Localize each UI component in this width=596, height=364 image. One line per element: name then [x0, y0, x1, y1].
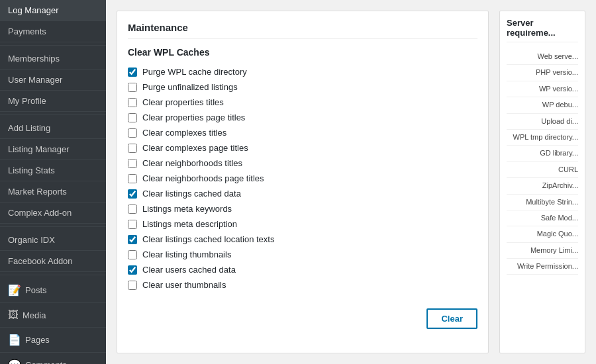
server-row-12: Memory Limi... — [507, 243, 578, 259]
list-item-purge-wpl: Purge WPL cache directory — [128, 64, 477, 79]
section-title: Clear WPL Caches — [128, 47, 477, 58]
list-item-clear-complexes-page-titles: Clear complexes page titles — [128, 140, 477, 156]
server-row-8: ZipArchiv... — [507, 178, 578, 194]
checkbox-purge-unfinalized[interactable] — [128, 83, 137, 92]
checkbox-clear-neighborhoods-titles[interactable] — [128, 159, 137, 168]
checkbox-purge-wpl[interactable] — [128, 68, 137, 77]
list-item-clear-complexes-titles: Clear complexes titles — [128, 125, 477, 140]
server-row-9: Multibyte Strin... — [507, 195, 578, 210]
checkbox-clear-listings-cached-data[interactable] — [128, 189, 137, 199]
sidebar-item-log-manager[interactable]: Log Manager — [0, 0, 106, 21]
server-row-0: Web serve... — [507, 49, 578, 65]
checkbox-list: Purge WPL cache directoryPurge unfinaliz… — [128, 64, 477, 293]
checkbox-clear-complexes-titles[interactable] — [128, 128, 137, 138]
checkbox-label-clear-user-thumbnails: Clear user thumbnails — [142, 280, 226, 290]
sidebar-item-comments[interactable]: 💬Comments — [0, 353, 106, 364]
checkbox-clear-user-thumbnails[interactable] — [128, 281, 137, 290]
list-item-clear-listings-cached-data: Clear listings cached data — [128, 186, 477, 201]
server-row-7: CURL — [507, 162, 578, 178]
server-requirements-panel: Server requireme... Web serve...PHP vers… — [499, 11, 585, 353]
list-item-clear-neighborhoods-titles: Clear neighborhoods titles — [128, 156, 477, 171]
checkbox-label-purge-wpl: Purge WPL cache directory — [142, 67, 247, 77]
checkbox-listings-meta-keywords[interactable] — [128, 205, 137, 214]
sidebar-item-pages[interactable]: 📄Pages — [0, 328, 106, 353]
sidebar-item-memberships[interactable]: Memberships — [0, 48, 106, 69]
checkbox-label-clear-complexes-titles: Clear complexes titles — [142, 128, 226, 138]
sidebar-label-pages: Pages — [25, 335, 50, 345]
server-row-6: GD library... — [507, 146, 578, 161]
sidebar-item-posts[interactable]: 📝Posts — [0, 278, 106, 303]
checkbox-label-clear-properties-page-titles: Clear properties page titles — [142, 113, 245, 122]
list-item-clear-properties-titles: Clear properties titles — [128, 95, 477, 110]
sidebar-item-my-profile[interactable]: My Profile — [0, 91, 106, 112]
server-row-2: WP versio... — [507, 81, 578, 97]
sidebar-item-organic-idx[interactable]: Organic IDX — [0, 230, 106, 251]
posts-icon: 📝 — [8, 284, 21, 296]
checkbox-clear-listing-thumbnails[interactable] — [128, 250, 137, 259]
sidebar-item-listing-stats[interactable]: Listing Stats — [0, 160, 106, 181]
checkbox-label-clear-listings-cached-location: Clear listings cached location texts — [142, 234, 274, 244]
checkbox-label-listings-meta-keywords: Listings meta keywords — [142, 204, 232, 214]
checkbox-label-clear-listing-thumbnails: Clear listing thumbnails — [142, 250, 231, 259]
checkbox-label-clear-neighborhoods-titles: Clear neighborhoods titles — [142, 158, 242, 168]
checkbox-clear-neighborhoods-page-titles[interactable] — [128, 174, 137, 183]
sidebar-item-facebook-addon[interactable]: Facebook Addon — [0, 251, 106, 272]
list-item-clear-properties-page-titles: Clear properties page titles — [128, 110, 477, 125]
server-row-5: WPL tmp directory... — [507, 130, 578, 146]
main-content: Maintenance Clear WPL Caches Purge WPL c… — [106, 0, 596, 364]
sidebar-label-posts: Posts — [25, 285, 47, 295]
list-item-clear-users-cached-data: Clear users cached data — [128, 262, 477, 277]
checkbox-clear-users-cached-data[interactable] — [128, 265, 137, 275]
server-panel-title: Server requireme... — [507, 18, 578, 42]
sidebar-item-user-manager[interactable]: User Manager — [0, 69, 106, 91]
list-item-listings-meta-description: Listings meta description — [128, 216, 477, 232]
sidebar: Log ManagerPaymentsMembershipsUser Manag… — [0, 0, 106, 364]
list-item-listings-meta-keywords: Listings meta keywords — [128, 201, 477, 216]
checkbox-clear-complexes-page-titles[interactable] — [128, 144, 137, 153]
checkbox-clear-listings-cached-location[interactable] — [128, 235, 137, 244]
sidebar-label-media: Media — [23, 310, 46, 320]
list-item-purge-unfinalized: Purge unfinalized listings — [128, 79, 477, 95]
sidebar-label-comments: Comments — [25, 360, 67, 364]
server-row-10: Safe Mod... — [507, 210, 578, 226]
checkbox-label-listings-meta-description: Listings meta description — [142, 219, 237, 229]
pages-icon: 📄 — [8, 334, 21, 346]
sidebar-item-payments[interactable]: Payments — [0, 21, 106, 42]
clear-button[interactable]: Clear — [426, 308, 477, 329]
media-icon: 🖼 — [8, 309, 19, 321]
checkbox-label-clear-listings-cached-data: Clear listings cached data — [142, 189, 241, 199]
sidebar-item-market-reports[interactable]: Market Reports — [0, 181, 106, 203]
checkbox-label-clear-neighborhoods-page-titles: Clear neighborhoods page titles — [142, 173, 264, 183]
server-row-11: Magic Quo... — [507, 226, 578, 242]
sidebar-item-add-listing[interactable]: Add Listing — [0, 118, 106, 139]
button-row: Clear — [128, 303, 477, 329]
list-item-clear-listings-cached-location: Clear listings cached location texts — [128, 232, 477, 247]
checkbox-label-clear-users-cached-data: Clear users cached data — [142, 265, 236, 275]
sidebar-item-listing-manager[interactable]: Listing Manager — [0, 139, 106, 160]
comments-icon: 💬 — [8, 359, 21, 364]
server-rows-container: Web serve...PHP versio...WP versio...WP … — [507, 49, 578, 275]
server-row-4: Upload di... — [507, 114, 578, 130]
list-item-clear-listing-thumbnails: Clear listing thumbnails — [128, 247, 477, 262]
checkbox-clear-properties-titles[interactable] — [128, 98, 137, 107]
checkbox-label-clear-properties-titles: Clear properties titles — [142, 97, 224, 107]
sidebar-item-complex-addon[interactable]: Complex Add-on — [0, 203, 106, 224]
server-row-13: Write Permission... — [507, 259, 578, 275]
maintenance-panel: Maintenance Clear WPL Caches Purge WPL c… — [117, 11, 489, 353]
sidebar-item-media[interactable]: 🖼Media — [0, 303, 106, 328]
checkbox-label-purge-unfinalized: Purge unfinalized listings — [142, 82, 238, 92]
checkbox-listings-meta-description[interactable] — [128, 220, 137, 229]
list-item-clear-user-thumbnails: Clear user thumbnails — [128, 277, 477, 293]
panel-title: Maintenance — [128, 22, 477, 39]
server-row-3: WP debu... — [507, 97, 578, 113]
checkbox-clear-properties-page-titles[interactable] — [128, 113, 137, 122]
list-item-clear-neighborhoods-page-titles: Clear neighborhoods page titles — [128, 171, 477, 186]
server-row-1: PHP versio... — [507, 65, 578, 81]
checkbox-label-clear-complexes-page-titles: Clear complexes page titles — [142, 143, 248, 153]
